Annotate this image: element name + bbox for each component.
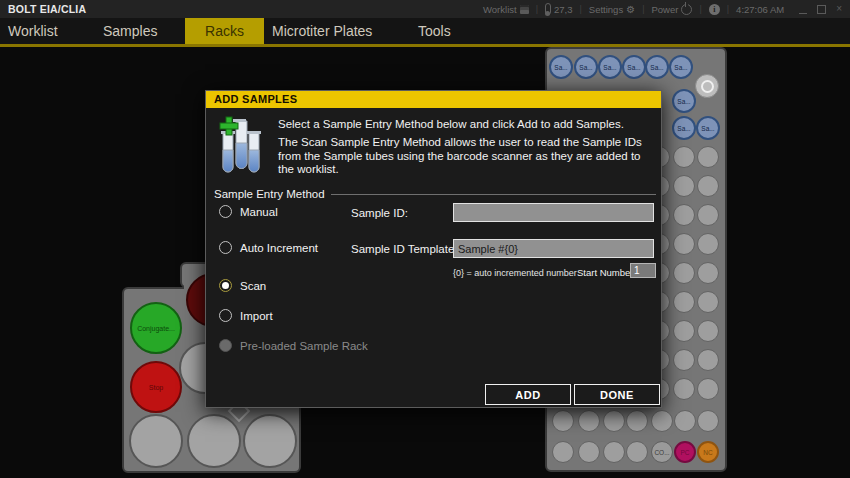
well-label: Sa... bbox=[701, 125, 714, 132]
rack-well-conjugate[interactable]: Conjugate... bbox=[130, 302, 182, 354]
rack-well-empty[interactable] bbox=[673, 262, 695, 284]
rack-well-empty[interactable] bbox=[673, 320, 695, 342]
rack-well-empty[interactable] bbox=[626, 441, 648, 463]
rack-well-empty[interactable] bbox=[697, 410, 719, 432]
rack-well-hole bbox=[695, 74, 719, 98]
radio-label: Manual bbox=[240, 206, 278, 218]
add-button[interactable]: ADD bbox=[485, 384, 571, 405]
rack-well-empty[interactable] bbox=[673, 175, 695, 197]
rack-well-empty[interactable] bbox=[673, 233, 695, 255]
group-separator-line bbox=[331, 194, 656, 195]
rack-well-empty[interactable] bbox=[697, 175, 719, 197]
rack-well-sample[interactable]: Sa... bbox=[669, 55, 693, 79]
temperature-value: 27,3 bbox=[554, 4, 573, 15]
radio-label: Scan bbox=[240, 280, 266, 292]
well-label: Sa... bbox=[554, 64, 567, 71]
rack-well-empty[interactable] bbox=[697, 291, 719, 313]
tab-racks[interactable]: Racks bbox=[185, 18, 264, 44]
rack-well-sample[interactable]: Sa... bbox=[622, 55, 646, 79]
rack-well-sample[interactable]: Sa... bbox=[672, 116, 696, 140]
clock: 4:27:06 AM bbox=[736, 4, 784, 15]
rack-well-stop[interactable]: Stop bbox=[130, 361, 182, 413]
radio-selected-icon bbox=[219, 279, 232, 292]
rack-well-sample[interactable]: Sa... bbox=[696, 116, 720, 140]
radio-auto-increment[interactable]: Auto Increment bbox=[219, 241, 318, 254]
rack-well-empty[interactable] bbox=[673, 204, 695, 226]
power-button[interactable]: Power bbox=[651, 4, 692, 15]
radio-scan[interactable]: Scan bbox=[219, 279, 266, 292]
rack-well-empty-large[interactable] bbox=[187, 414, 241, 468]
rack-well-empty[interactable] bbox=[578, 410, 600, 432]
rack-well-empty[interactable] bbox=[552, 441, 574, 463]
info-icon[interactable]: i bbox=[709, 4, 720, 15]
settings-button[interactable]: Settings ⚙ bbox=[589, 4, 635, 15]
close-icon[interactable]: × bbox=[836, 4, 842, 14]
rack-well-sample[interactable]: Sa... bbox=[672, 89, 696, 113]
minimize-icon[interactable] bbox=[799, 5, 807, 14]
rack-well-empty[interactable] bbox=[697, 233, 719, 255]
rack-well-empty[interactable] bbox=[626, 410, 648, 432]
maximize-icon[interactable] bbox=[817, 5, 826, 14]
rack-well-empty[interactable] bbox=[578, 441, 600, 463]
radio-disabled-icon bbox=[219, 339, 232, 352]
dialog-title: ADD SAMPLES bbox=[206, 91, 661, 108]
well-label: CO... bbox=[654, 449, 669, 456]
tab-tools[interactable]: Tools bbox=[418, 18, 451, 44]
radio-manual[interactable]: Manual bbox=[219, 205, 278, 218]
radio-icon bbox=[219, 205, 232, 218]
rack-well-empty[interactable] bbox=[673, 378, 695, 400]
done-button[interactable]: DONE bbox=[574, 384, 660, 405]
group-label: Sample Entry Method bbox=[214, 188, 325, 200]
well-label: Sa... bbox=[650, 64, 663, 71]
well-label: NC bbox=[703, 449, 712, 456]
add-samples-dialog: ADD SAMPLES bbox=[205, 90, 662, 408]
rack-well-empty-large[interactable] bbox=[129, 414, 183, 468]
divider: | bbox=[642, 4, 644, 14]
radio-import[interactable]: Import bbox=[219, 309, 273, 322]
rack-well-sample[interactable]: Sa... bbox=[574, 55, 598, 79]
rack-well-sample[interactable]: Sa... bbox=[645, 55, 669, 79]
rack-well-empty[interactable] bbox=[673, 146, 695, 168]
well-label: Sa... bbox=[677, 98, 690, 105]
radio-label: Pre-loaded Sample Rack bbox=[240, 340, 368, 352]
rack-well-empty[interactable] bbox=[697, 378, 719, 400]
rack-well-empty[interactable] bbox=[603, 410, 625, 432]
start-number-input[interactable] bbox=[630, 263, 656, 278]
rack-well-empty[interactable] bbox=[673, 349, 695, 371]
rack-well-empty[interactable] bbox=[674, 410, 696, 432]
sample-entry-method-group: Sample Entry Method bbox=[214, 188, 656, 200]
rack-well-empty[interactable] bbox=[603, 441, 625, 463]
rack-well-empty[interactable] bbox=[673, 291, 695, 313]
rack-well-empty-large[interactable] bbox=[243, 414, 297, 468]
status-cluster: Worklist | 27,3 | Settings ⚙ | Power | i… bbox=[483, 0, 846, 18]
divider: | bbox=[536, 4, 538, 14]
sample-id-input[interactable] bbox=[453, 203, 654, 222]
well-label: Sa... bbox=[627, 64, 640, 71]
rack-well-empty[interactable] bbox=[697, 349, 719, 371]
rack-well-empty[interactable] bbox=[697, 204, 719, 226]
tab-microtiter-plates[interactable]: Microtiter Plates bbox=[272, 18, 372, 44]
radio-icon bbox=[219, 309, 232, 322]
sample-id-template-input[interactable] bbox=[453, 239, 654, 258]
worklist-status[interactable]: Worklist bbox=[483, 4, 529, 15]
test-tubes-add-icon bbox=[218, 116, 264, 178]
thermometer-icon bbox=[545, 3, 551, 15]
rack-well-empty[interactable] bbox=[697, 146, 719, 168]
rack-well-co[interactable]: CO... bbox=[651, 441, 673, 463]
radio-label: Import bbox=[240, 310, 273, 322]
temperature-status: 27,3 bbox=[545, 3, 573, 15]
tab-worklist[interactable]: Worklist bbox=[8, 18, 58, 44]
rack-well-empty[interactable] bbox=[697, 320, 719, 342]
rack-well-empty[interactable] bbox=[651, 410, 673, 432]
rack-well-empty[interactable] bbox=[697, 262, 719, 284]
rack-well-empty[interactable] bbox=[552, 410, 574, 432]
rack-well-pc[interactable]: PC bbox=[674, 441, 696, 463]
tab-samples[interactable]: Samples bbox=[103, 18, 157, 44]
rack-well-nc[interactable]: NC bbox=[697, 441, 719, 463]
sample-id-label: Sample ID: bbox=[351, 207, 408, 219]
rack-well-sample[interactable]: Sa... bbox=[598, 55, 622, 79]
power-icon bbox=[681, 4, 692, 15]
gear-icon: ⚙ bbox=[626, 4, 635, 15]
rack-well-sample[interactable]: Sa... bbox=[549, 55, 573, 79]
start-number-label: Start Number: bbox=[577, 267, 636, 278]
